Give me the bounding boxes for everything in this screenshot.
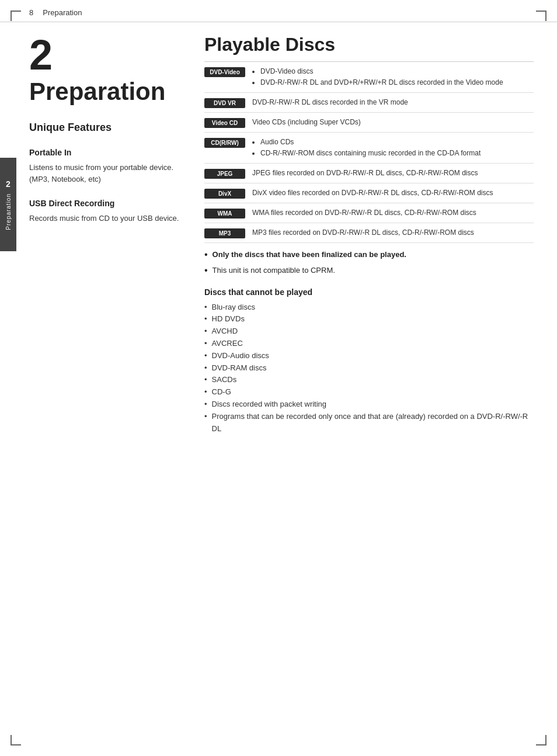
page-header: 8 Preparation (0, 0, 557, 22)
disc-row-divx: DivX DivX video files recorded on DVD-R/… (204, 183, 534, 203)
desc-dvd-video: DVD-Video discs DVD-R/-RW/-R DL and DVD+… (252, 66, 534, 88)
page-number: 8 (29, 8, 33, 17)
cannot-play-item-3: AVCREC (204, 338, 534, 350)
cannot-play-item-6: SACDs (204, 374, 534, 386)
desc-jpeg: JPEG files recorded on DVD-R/-RW/-R DL d… (252, 168, 534, 178)
desc-mp3: MP3 files recorded on DVD-R/-RW/-R DL di… (252, 227, 534, 238)
badge-dvd-vr: DVD VR (204, 98, 245, 108)
badge-jpeg: JPEG (204, 169, 245, 179)
disc-row-dvd-vr: DVD VR DVD-R/-RW/-R DL discs recorded in… (204, 93, 534, 113)
corner-mark-bottom-left (11, 735, 21, 745)
side-tab-text: Preparation (5, 193, 12, 230)
note-item-1: • This unit is not compatible to CPRM. (204, 265, 534, 277)
disc-row-jpeg: JPEG JPEG files recorded on DVD-R/-RW/-R… (204, 164, 534, 183)
note-item-0: • Only the discs that have been finalize… (204, 249, 534, 261)
desc-dvd-video-item-0: DVD-Video discs (260, 66, 534, 77)
cannot-play-item-0: Blu-ray discs (204, 301, 534, 314)
disc-table: DVD-Video DVD-Video discs DVD-R/-RW/-R D… (204, 61, 534, 243)
disc-row-mp3: MP3 MP3 files recorded on DVD-R/-RW/-R D… (204, 223, 534, 243)
cannot-play-title: Discs that cannot be played (204, 287, 534, 297)
badge-mp3: MP3 (204, 228, 245, 238)
left-column: 2 Preparation Unique Features Portable I… (29, 34, 187, 435)
cannot-play-item-2: AVCHD (204, 325, 534, 338)
disc-row-video-cd: Video CD Video CDs (including Super VCDs… (204, 113, 534, 133)
desc-divx: DivX video files recorded on DVD-R/-RW/-… (252, 188, 534, 198)
chapter-title: Preparation (29, 78, 187, 105)
cannot-play-item-1: HD DVDs (204, 313, 534, 325)
main-content: 2 Preparation Unique Features Portable I… (0, 22, 557, 446)
disc-row-dvd-video: DVD-Video DVD-Video discs DVD-R/-RW/-R D… (204, 62, 534, 93)
notes-section: • Only the discs that have been finalize… (204, 249, 534, 277)
unique-features-title: Unique Features (29, 122, 187, 134)
badge-video-cd: Video CD (204, 118, 245, 128)
usb-recording-text: Records music from CD to your USB device… (29, 213, 187, 224)
note-bullet-1: • (204, 265, 208, 277)
cannot-play-section: Discs that cannot be played Blu-ray disc… (204, 287, 534, 435)
desc-cd-rw-item-0: Audio CDs (260, 137, 534, 147)
corner-mark-top-left (11, 11, 21, 21)
cannot-play-item-7: CD-G (204, 386, 534, 398)
cannot-play-list: Blu-ray discs HD DVDs AVCHD AVCREC DVD-A… (204, 301, 534, 435)
side-tab-number: 2 (6, 179, 11, 189)
disc-row-wma: WMA WMA files recorded on DVD-R/-RW/-R D… (204, 203, 534, 223)
cannot-play-item-5: DVD-RAM discs (204, 362, 534, 374)
cannot-play-item-8: Discs recorded with packet writing (204, 398, 534, 411)
right-column: Playable Discs DVD-Video DVD-Video discs… (204, 34, 534, 435)
portable-in-text: Listens to music from your portable devi… (29, 162, 187, 185)
desc-dvd-vr: DVD-R/-RW/-R DL discs recorded in the VR… (252, 97, 534, 107)
portable-in-title: Portable In (29, 148, 187, 157)
cannot-play-item-9: Programs that can be recorded only once … (204, 411, 534, 435)
note-bullet-0: • (204, 249, 208, 261)
chapter-side-tab: 2 Preparation (0, 158, 16, 251)
usb-recording-title: USB Direct Recording (29, 199, 187, 208)
desc-video-cd: Video CDs (including Super VCDs) (252, 117, 534, 127)
cannot-play-item-4: DVD-Audio discs (204, 350, 534, 362)
badge-divx: DivX (204, 189, 245, 199)
badge-wma: WMA (204, 209, 245, 219)
corner-mark-bottom-right (536, 735, 546, 745)
desc-dvd-video-item-1: DVD-R/-RW/-R DL and DVD+R/+RW/+R DL disc… (260, 77, 534, 88)
desc-cd-rw: Audio CDs CD-R/-RW/-ROM discs containing… (252, 137, 534, 159)
desc-cd-rw-item-1: CD-R/-RW/-ROM discs containing music rec… (260, 148, 534, 158)
note-text-0: Only the discs that have been finalized … (213, 249, 406, 261)
disc-row-cd-rw: CD(R/RW) Audio CDs CD-R/-RW/-ROM discs c… (204, 133, 534, 164)
desc-wma: WMA files recorded on DVD-R/-RW/-R DL di… (252, 207, 534, 218)
playable-discs-title: Playable Discs (204, 34, 534, 56)
chapter-number: 2 (29, 34, 187, 76)
badge-dvd-video: DVD-Video (204, 67, 245, 77)
page-header-title: Preparation (43, 8, 82, 17)
corner-mark-top-right (536, 11, 546, 21)
note-text-1: This unit is not compatible to CPRM. (213, 265, 335, 276)
badge-cd-rw: CD(R/RW) (204, 138, 245, 148)
